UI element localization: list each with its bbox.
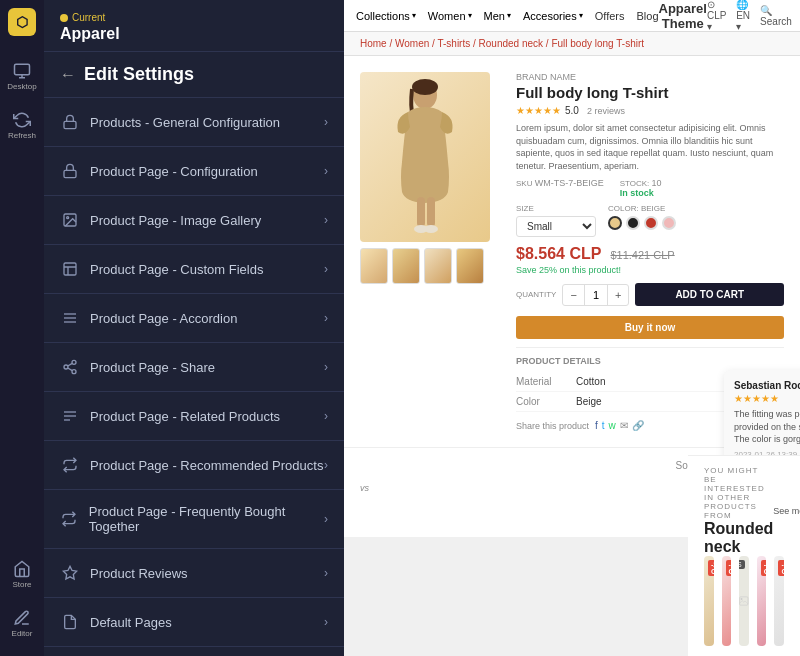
fb-icon[interactable]: f xyxy=(595,420,598,431)
swatch-red[interactable] xyxy=(644,216,658,230)
product-name: Full body long T-shirt xyxy=(516,84,784,101)
rec-product-3[interactable]: S xyxy=(739,556,749,646)
badge-1: -25% OFF xyxy=(708,560,714,576)
sidebar-item-accordion[interactable]: Product Page - Accordion › xyxy=(44,294,344,343)
desktop-icon xyxy=(13,62,31,80)
sidebar-item-contact-page[interactable]: Contact Page › xyxy=(44,647,344,656)
sidebar-item-custom-fields[interactable]: Product Page - Custom Fields › xyxy=(44,245,344,294)
rating-value: 5.0 xyxy=(565,105,579,116)
products-general-label: Products - General Configuration xyxy=(90,115,280,130)
qty-minus[interactable]: − xyxy=(563,285,583,305)
sidebar-item-share[interactable]: Product Page - Share › xyxy=(44,343,344,392)
stock-value: 10 xyxy=(652,178,662,188)
swatch-black[interactable] xyxy=(626,216,640,230)
nav-offers[interactable]: Offers xyxy=(595,10,625,22)
size-color-row: SIZE SmallMediumLarge COLOR: Beige xyxy=(516,204,784,237)
default-pages-label: Default Pages xyxy=(90,615,172,630)
svg-rect-2 xyxy=(64,170,76,177)
svg-point-10 xyxy=(64,365,68,369)
arrow-icon-0: › xyxy=(324,115,328,129)
svg-point-11 xyxy=(72,370,76,374)
arrow-icon-7: › xyxy=(324,458,328,472)
arrow-icon-9: › xyxy=(324,566,328,580)
toolbar-editor[interactable]: Editor xyxy=(3,603,41,644)
link-icon[interactable]: 🔗 xyxy=(632,420,644,431)
current-label: Current xyxy=(60,12,328,23)
svg-rect-0 xyxy=(15,64,30,75)
sidebar-item-default-pages[interactable]: Default Pages › xyxy=(44,598,344,647)
lock-icon-2 xyxy=(60,161,80,181)
toolbar-store[interactable]: Store xyxy=(3,554,41,595)
svg-rect-21 xyxy=(427,197,435,227)
sidebar-title: Edit Settings xyxy=(84,64,194,85)
browser-bar: Collections ▾ Women ▾ Men ▾ Accesories ▾… xyxy=(344,0,800,32)
image-icon xyxy=(60,210,80,230)
see-more-button[interactable]: See more products → xyxy=(773,506,800,516)
sidebar-header: ← Edit Settings xyxy=(44,52,344,98)
rec-product-2[interactable]: -25% OFF xyxy=(722,556,732,646)
old-price: $11.421 CLP xyxy=(610,249,674,261)
nav-blog[interactable]: Blog xyxy=(636,10,658,22)
toolbar-desktop[interactable]: Desktop xyxy=(3,56,41,97)
size-selector: SIZE SmallMediumLarge xyxy=(516,204,596,237)
review-stars: ★★★★★ xyxy=(734,393,800,404)
details-title: PRODUCT DETAILS xyxy=(516,356,784,366)
thumb-2[interactable] xyxy=(392,248,420,284)
buy-now-button[interactable]: Buy it now xyxy=(516,316,784,339)
nav-collections[interactable]: Collections ▾ xyxy=(356,10,416,22)
related-icon xyxy=(60,406,80,426)
sidebar-item-image-gallery[interactable]: Product Page - Image Gallery › xyxy=(44,196,344,245)
sidebar-item-product-page-config[interactable]: Product Page - Configuration › xyxy=(44,147,344,196)
sidebar-item-recommended[interactable]: Product Page - Recommended Products › xyxy=(44,441,344,490)
thumb-1[interactable] xyxy=(360,248,388,284)
review-text: The fitting was perfect and the size gui… xyxy=(734,408,800,446)
svg-line-12 xyxy=(68,368,73,371)
rec-title: Rounded neck xyxy=(704,520,773,556)
svg-point-19 xyxy=(412,79,438,95)
sku-value: WM-TS-7-BEIGE xyxy=(535,178,604,188)
rec-product-4[interactable]: -25% OFF xyxy=(757,556,767,646)
sku-stock-row: SKU WM-TS-7-BEIGE STOCK: 10 In stock xyxy=(516,178,784,198)
language-btn[interactable]: 🌐 EN ▾ xyxy=(736,0,750,32)
search-btn[interactable]: 🔍 Search xyxy=(760,5,792,27)
whatsapp-icon[interactable]: w xyxy=(609,420,616,431)
currency-btn[interactable]: ⊙ CLP ▾ xyxy=(707,0,726,32)
twitter-icon[interactable]: t xyxy=(602,420,605,431)
svg-rect-5 xyxy=(64,263,76,275)
nav-accessories[interactable]: Accesories ▾ xyxy=(523,10,583,22)
thumb-3[interactable] xyxy=(424,248,452,284)
qty-plus[interactable]: + xyxy=(608,285,628,305)
sidebar-item-products-general[interactable]: Products - General Configuration › xyxy=(44,98,344,147)
email-icon[interactable]: ✉ xyxy=(620,420,628,431)
nav-women[interactable]: Women ▾ xyxy=(428,10,472,22)
arrow-icon-4: › xyxy=(324,311,328,325)
share-icon xyxy=(60,357,80,377)
save-text: Save 25% on this product! xyxy=(516,265,621,275)
main-product-image[interactable] xyxy=(360,72,490,242)
lock-icon xyxy=(60,112,80,132)
product-figure-svg xyxy=(380,77,470,237)
sidebar-item-related-products[interactable]: Product Page - Related Products › xyxy=(44,392,344,441)
editor-icon xyxy=(13,609,31,627)
sidebar-item-fbt[interactable]: Product Page - Frequently Bought Togethe… xyxy=(44,490,344,549)
stock-status: In stock xyxy=(620,188,654,198)
related-products-label: Product Page - Related Products xyxy=(90,409,280,424)
size-select[interactable]: SmallMediumLarge xyxy=(516,216,596,237)
refresh-label: Refresh xyxy=(8,131,36,140)
add-to-cart-button[interactable]: ADD TO CART xyxy=(635,283,784,306)
stock-info: STOCK: 10 In stock xyxy=(620,178,662,198)
nav-men[interactable]: Men ▾ xyxy=(484,10,511,22)
sidebar-item-product-reviews[interactable]: Product Reviews › xyxy=(44,549,344,598)
rating-stars: ★★★★★ xyxy=(516,105,561,116)
back-button[interactable]: ← xyxy=(60,66,76,84)
qty-value: 1 xyxy=(584,285,608,305)
sku-info: SKU WM-TS-7-BEIGE xyxy=(516,178,604,198)
thumb-4[interactable] xyxy=(456,248,484,284)
toolbar-refresh[interactable]: Refresh xyxy=(3,105,41,146)
rec-product-5[interactable]: -25% OFF xyxy=(774,556,784,646)
desktop-label: Desktop xyxy=(7,82,36,91)
swatch-pink[interactable] xyxy=(662,216,676,230)
arrow-icon-1: › xyxy=(324,164,328,178)
rec-product-1[interactable]: -25% OFF xyxy=(704,556,714,646)
swatch-beige[interactable] xyxy=(608,216,622,230)
